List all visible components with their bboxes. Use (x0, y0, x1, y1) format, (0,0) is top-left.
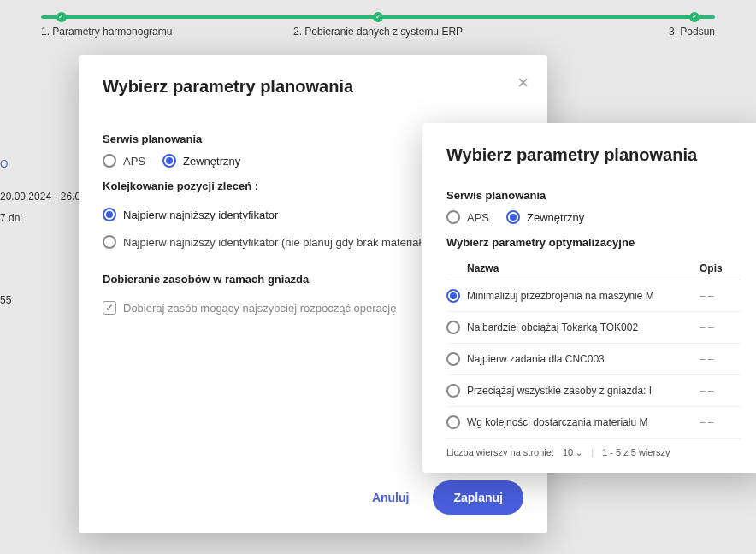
plan-button[interactable]: Zaplanuj (433, 480, 523, 515)
modal2-title: Wybierz parametry planowania (446, 145, 741, 165)
radio-icon (446, 210, 460, 224)
background-side-panel: O 20.09.2024 - 26.09 7 dni 55 (0, 154, 86, 311)
close-icon[interactable]: × (517, 74, 529, 92)
radio-icon (103, 208, 116, 221)
queue-option-lowest-id[interactable]: Najpierw najniższy identyfikator (103, 208, 278, 221)
progress-step-3-dot (689, 12, 700, 22)
radio-icon (506, 210, 520, 224)
service-option-external-label: Zewnętrzny (183, 155, 240, 168)
radio-icon (103, 235, 116, 249)
rows-per-page-select[interactable]: 10 ⌄ (563, 447, 582, 457)
cancel-button[interactable]: Anuluj (362, 482, 420, 513)
progress-step-3-label: 3. Podsun (490, 26, 715, 38)
radio-icon (446, 352, 460, 366)
progress-step-1-label: 1. Parametry harmonogramu (41, 26, 266, 38)
optimization-row[interactable]: Najpierw zadania dla CNC003– – (446, 344, 741, 375)
checkbox-icon: ✓ (103, 301, 116, 315)
optimization-table-body: Minimalizuj przezbrojenia na maszynie M–… (446, 280, 741, 439)
progress-step-2-dot (373, 12, 383, 22)
radio-icon (162, 154, 176, 168)
optimization-row-desc: – – (700, 321, 741, 333)
optimization-row-desc: – – (700, 385, 741, 397)
wizard-progress: 1. Parametry harmonogramu 2. Pobieranie … (0, 0, 756, 38)
queue-option-lowest-id-label: Najpierw najniższy identyfikator (123, 209, 278, 221)
optimization-section-title: Wybierz parametry optymalizacyjne (446, 236, 741, 249)
optimization-row[interactable]: Najbardziej obciążaj Tokarką TOK002– – (446, 312, 741, 344)
optimization-row-desc: – – (700, 290, 741, 302)
col-desc-header: Opis (700, 262, 741, 274)
rows-range: 1 - 5 z 5 wierszy (602, 447, 670, 457)
rows-per-page-label: Liczba wierszy na stronie: (446, 447, 554, 457)
progress-track (41, 15, 715, 19)
optimization-table-header: Nazwa Opis (446, 257, 741, 280)
rows-per-page-value: 10 (563, 447, 573, 457)
radio-icon (103, 154, 116, 168)
optimization-row-label: Wg kolejności dostarczania materiału M (467, 416, 700, 428)
modal1-title: Wybierz parametry planowania (103, 77, 523, 97)
service-option-aps-label: APS (123, 155, 145, 168)
modal1-footer: Anuluj Zaplanuj (103, 467, 523, 515)
bg-link: O (0, 154, 86, 176)
service2-option-aps[interactable]: APS (446, 210, 489, 224)
optimization-row-label: Najpierw zadania dla CNC003 (467, 353, 700, 365)
chevron-down-icon: ⌄ (576, 448, 582, 457)
radio-icon (446, 321, 460, 334)
planning-params-modal-optimization: Wybierz parametry planowania Serwis plan… (422, 123, 756, 473)
resource-fastest-start-checkbox[interactable]: ✓ Dobieraj zasób mogący najszybciej rozp… (103, 301, 396, 315)
service2-option-aps-label: APS (467, 211, 489, 224)
optimization-row-label: Najbardziej obciążaj Tokarką TOK002 (467, 321, 700, 333)
progress-step-1-dot (56, 12, 67, 22)
radio-icon (446, 384, 460, 398)
radio-icon (446, 289, 460, 303)
optimization-row[interactable]: Wg kolejności dostarczania materiału M– … (446, 407, 741, 439)
col-name-header: Nazwa (467, 262, 700, 274)
service2-option-external-label: Zewnętrzny (527, 211, 584, 224)
optimization-row[interactable]: Przeciążaj wszystkie zasoby z gniazda: I… (446, 375, 741, 407)
bg-dates: 20.09.2024 - 26.09 (0, 186, 86, 209)
resource-fastest-start-label: Dobieraj zasób mogący najszybciej rozpoc… (123, 302, 396, 315)
radio-icon (446, 416, 460, 429)
optimization-row-label: Minimalizuj przezbrojenia na maszynie M (467, 290, 700, 302)
progress-step-2-label: 2. Pobieranie danych z systemu ERP (266, 26, 491, 38)
service2-option-external[interactable]: Zewnętrzny (506, 210, 584, 224)
optimization-row[interactable]: Minimalizuj przezbrojenia na maszynie M–… (446, 280, 741, 312)
service-option-aps[interactable]: APS (103, 154, 145, 168)
optimization-row-desc: – – (700, 416, 741, 428)
service-option-external[interactable]: Zewnętrzny (162, 154, 240, 168)
bg-count: 55 (0, 290, 86, 312)
queue-option-lowest-id-no-material[interactable]: Najpierw najniższy identyfikator (nie pl… (103, 235, 431, 249)
pager-separator: | (591, 447, 594, 457)
queue-option-lowest-id-no-material-label: Najpierw najniższy identyfikator (nie pl… (123, 236, 431, 249)
bg-days: 7 dni (0, 208, 86, 230)
optimization-row-label: Przeciążaj wszystkie zasoby z gniazda: I (467, 385, 700, 397)
service-section-title-2: Serwis planowania (446, 189, 741, 202)
optimization-row-desc: – – (700, 353, 741, 365)
table-pager: Liczba wierszy na stronie: 10 ⌄ | 1 - 5 … (446, 439, 741, 457)
